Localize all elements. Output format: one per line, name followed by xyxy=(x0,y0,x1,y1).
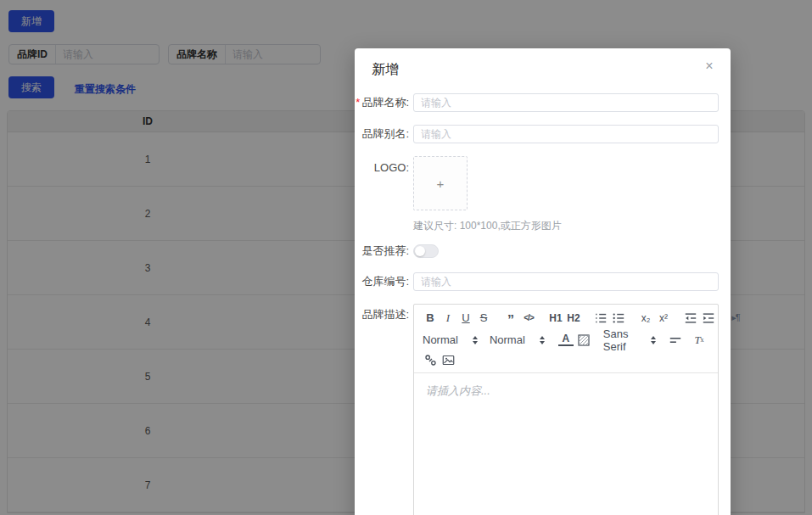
recommend-label: 是否推荐: xyxy=(355,244,409,258)
text-direction-button[interactable]: ▸¶ xyxy=(728,310,743,327)
ordered-list-icon[interactable] xyxy=(593,310,608,327)
indent-icon[interactable] xyxy=(701,310,716,327)
subscript-button[interactable]: x₂ xyxy=(638,310,653,327)
chevron-updown-icon xyxy=(473,336,478,344)
editor-toolbar: B I U S ” </> H1 H2 xyxy=(414,305,718,373)
italic-button[interactable]: I xyxy=(440,310,456,327)
size-picker[interactable]: Normal xyxy=(490,333,546,346)
code-block-button[interactable]: </> xyxy=(521,310,536,327)
outdent-icon[interactable] xyxy=(683,310,698,327)
brand-name-input[interactable] xyxy=(413,93,719,112)
required-mark: * xyxy=(356,96,360,109)
bold-button[interactable]: B xyxy=(423,310,438,327)
plus-icon: + xyxy=(437,176,445,191)
toggle-knob xyxy=(415,246,425,256)
logo-label: LOGO: xyxy=(355,159,409,177)
description-label: 品牌描述: xyxy=(355,305,409,324)
blockquote-button[interactable]: ” xyxy=(503,310,518,327)
strikethrough-button[interactable]: S xyxy=(476,310,491,327)
align-picker-icon[interactable] xyxy=(668,332,683,349)
warehouse-input[interactable] xyxy=(413,272,719,291)
logo-hint: 建议尺寸: 100*100,或正方形图片 xyxy=(413,219,562,233)
brand-alias-input[interactable] xyxy=(413,125,719,143)
text-color-button[interactable]: A xyxy=(558,333,574,346)
image-icon[interactable] xyxy=(440,352,456,369)
header-2-button[interactable]: H2 xyxy=(566,310,581,327)
brand-alias-label: 品牌别名: xyxy=(355,125,409,143)
header-picker[interactable]: Normal xyxy=(423,333,479,346)
editor-content[interactable]: 请插入内容... xyxy=(414,373,718,515)
close-icon[interactable]: × xyxy=(701,58,718,75)
superscript-button[interactable]: x² xyxy=(656,310,671,327)
logo-upload-box[interactable]: + xyxy=(413,156,468,210)
rich-text-editor: B I U S ” </> H1 H2 xyxy=(413,304,719,515)
brand-name-label: *品牌名称: xyxy=(355,93,409,112)
recommend-toggle[interactable] xyxy=(413,244,439,258)
clean-format-button[interactable]: Tx xyxy=(692,332,707,349)
chevron-updown-icon xyxy=(651,336,656,344)
underline-button[interactable]: U xyxy=(458,310,473,327)
editor-placeholder: 请插入内容... xyxy=(426,383,706,399)
bullet-list-icon[interactable] xyxy=(611,310,626,327)
warehouse-label: 仓库编号: xyxy=(355,272,409,291)
add-brand-modal: 新增 × *品牌名称: 品牌别名: LOGO: + 建议尺寸: 100*100,… xyxy=(355,48,731,515)
header-1-button[interactable]: H1 xyxy=(548,310,563,327)
background-color-icon[interactable] xyxy=(576,332,591,349)
link-icon[interactable] xyxy=(423,352,438,369)
modal-title: 新增 xyxy=(372,58,399,81)
chevron-updown-icon xyxy=(540,336,545,344)
font-picker[interactable]: Sans Serif xyxy=(603,327,658,353)
